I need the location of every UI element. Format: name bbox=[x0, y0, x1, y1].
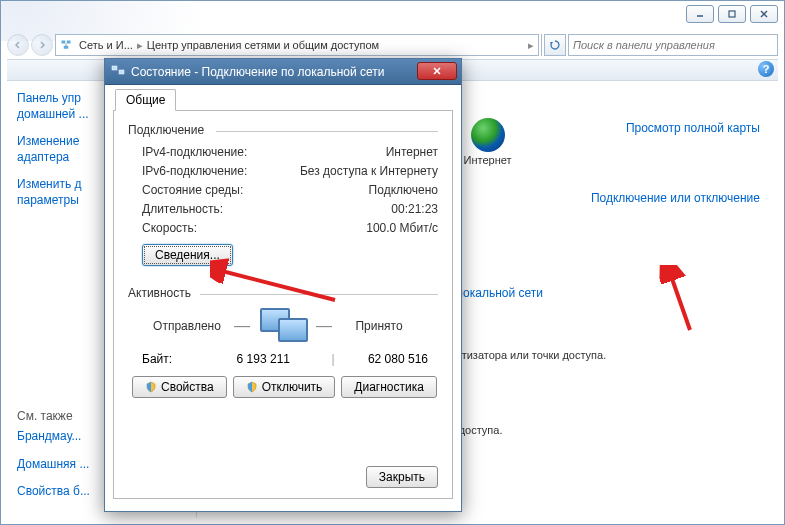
see-also-firewall[interactable]: Брандмау... bbox=[17, 429, 90, 445]
view-full-map-link[interactable]: Просмотр полной карты bbox=[626, 121, 760, 137]
minimize-button[interactable] bbox=[686, 5, 714, 23]
ipv4-value: Интернет bbox=[386, 145, 438, 159]
action-buttons: Свойства Отключить Диагностика bbox=[128, 376, 438, 398]
sent-label: Отправлено bbox=[148, 319, 226, 333]
speed-value: 100.0 Мбит/с bbox=[366, 221, 438, 235]
row-ipv6: IPv6-подключение:Без доступа к Интернету bbox=[128, 164, 438, 178]
properties-label: Свойства bbox=[161, 380, 214, 394]
window-controls bbox=[686, 5, 778, 23]
dialog-title: Состояние - Подключение по локальной сет… bbox=[131, 65, 455, 79]
ipv6-label: IPv6-подключение: bbox=[142, 164, 300, 178]
network-center-icon bbox=[60, 39, 72, 51]
close-dialog-button[interactable]: Закрыть bbox=[366, 466, 438, 488]
globe-icon bbox=[471, 118, 505, 152]
properties-button[interactable]: Свойства bbox=[132, 376, 227, 398]
dialog-body: Общие Подключение IPv4-подключение:Интер… bbox=[105, 85, 461, 507]
svg-rect-4 bbox=[62, 41, 66, 44]
activity-group-header: Активность bbox=[128, 286, 438, 300]
shield-icon bbox=[145, 381, 157, 393]
tab-strip: Общие bbox=[113, 89, 453, 111]
see-also-header: См. также bbox=[17, 409, 90, 423]
forward-button[interactable] bbox=[31, 34, 53, 56]
svg-rect-6 bbox=[64, 46, 69, 49]
breadcrumb-box[interactable]: Сеть и И... ▸ Центр управления сетями и … bbox=[55, 34, 539, 56]
bytes-sent: 6 193 211 bbox=[198, 352, 330, 366]
address-bar: Сеть и И... ▸ Центр управления сетями и … bbox=[7, 33, 778, 57]
chevron-right-icon: ▸ bbox=[528, 39, 534, 52]
monitors-icon bbox=[258, 308, 308, 344]
recv-label: Принято bbox=[340, 319, 418, 333]
see-also-browser[interactable]: Свойства б... bbox=[17, 484, 90, 500]
bytes-label: Байт: bbox=[142, 352, 198, 366]
breadcrumb-root[interactable]: Сеть и И... bbox=[79, 39, 133, 51]
ipv6-value: Без доступа к Интернету bbox=[300, 164, 438, 178]
media-label: Состояние среды: bbox=[142, 183, 369, 197]
diagnose-button[interactable]: Диагностика bbox=[341, 376, 437, 398]
activity-diagram: Отправлено — — Принято bbox=[128, 308, 438, 344]
details-button[interactable]: Сведения... bbox=[142, 244, 233, 266]
dialog-close-button[interactable] bbox=[417, 62, 457, 80]
row-speed: Скорость:100.0 Мбит/с bbox=[128, 221, 438, 235]
row-media: Состояние среды:Подключено bbox=[128, 183, 438, 197]
bytes-row: Байт: 6 193 211 | 62 080 516 bbox=[128, 352, 438, 366]
speed-label: Скорость: bbox=[142, 221, 366, 235]
chevron-right-icon: ▸ bbox=[137, 39, 143, 52]
svg-rect-1 bbox=[729, 11, 735, 17]
see-also-homegroup[interactable]: Домашняя ... bbox=[17, 457, 90, 473]
dash-icon: — bbox=[316, 317, 332, 335]
breadcrumb-current[interactable]: Центр управления сетями и общим доступом bbox=[147, 39, 379, 51]
dialog-titlebar[interactable]: Состояние - Подключение по локальной сет… bbox=[105, 59, 461, 85]
connection-group-header: Подключение bbox=[128, 123, 438, 137]
duration-value: 00:21:23 bbox=[391, 202, 438, 216]
divider bbox=[541, 34, 542, 56]
activity-group: Активность Отправлено — — Принято Байт: … bbox=[128, 286, 438, 398]
bytes-recv: 62 080 516 bbox=[336, 352, 438, 366]
connection-status-dialog: Состояние - Подключение по локальной сет… bbox=[104, 58, 462, 512]
search-box[interactable] bbox=[568, 34, 778, 56]
tab-general[interactable]: Общие bbox=[115, 89, 176, 111]
media-value: Подключено bbox=[369, 183, 438, 197]
row-ipv4: IPv4-подключение:Интернет bbox=[128, 145, 438, 159]
connect-disconnect-link[interactable]: Подключение или отключение bbox=[591, 191, 760, 207]
tab-panel: Подключение IPv4-подключение:Интернет IP… bbox=[113, 111, 453, 499]
dash-icon: — bbox=[234, 317, 250, 335]
svg-rect-5 bbox=[67, 41, 71, 44]
dialog-footer: Закрыть bbox=[366, 466, 438, 488]
maximize-button[interactable] bbox=[718, 5, 746, 23]
refresh-button[interactable] bbox=[544, 34, 566, 56]
ipv4-label: IPv4-подключение: bbox=[142, 145, 386, 159]
see-also-group: См. также Брандмау... Домашняя ... Свойс… bbox=[17, 409, 90, 512]
svg-rect-14 bbox=[112, 66, 117, 70]
shield-icon bbox=[246, 381, 258, 393]
row-duration: Длительность:00:21:23 bbox=[128, 202, 438, 216]
duration-label: Длительность: bbox=[142, 202, 391, 216]
svg-rect-15 bbox=[119, 70, 124, 74]
help-icon[interactable]: ? bbox=[758, 61, 774, 77]
search-input[interactable] bbox=[573, 39, 773, 51]
lan-icon bbox=[111, 65, 125, 79]
disable-button[interactable]: Отключить bbox=[233, 376, 336, 398]
disable-label: Отключить bbox=[262, 380, 323, 394]
close-button[interactable] bbox=[750, 5, 778, 23]
back-button[interactable] bbox=[7, 34, 29, 56]
